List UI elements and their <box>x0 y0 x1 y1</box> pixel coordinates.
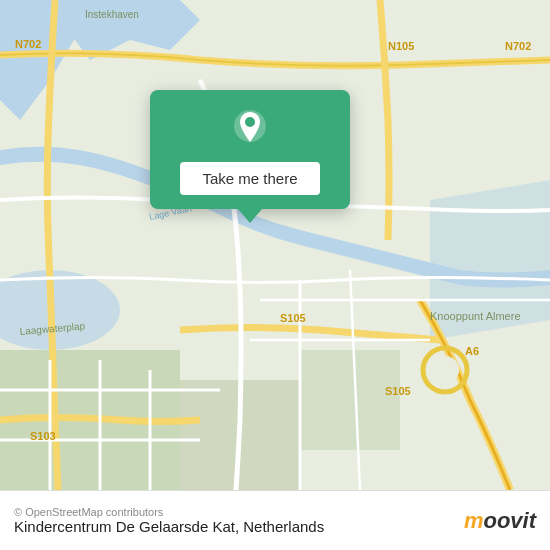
moovit-oovit: oovit <box>483 508 536 533</box>
moovit-m: m <box>464 508 484 533</box>
popup-card: Take me there <box>150 90 350 209</box>
svg-text:A6: A6 <box>465 345 479 357</box>
location-title: Kindercentrum De Gelaarsde Kat, Netherla… <box>14 518 324 535</box>
svg-text:S105: S105 <box>385 385 411 397</box>
copyright-text: © OpenStreetMap contributors <box>14 506 324 518</box>
svg-text:N702: N702 <box>15 38 41 50</box>
svg-text:Instekhaven: Instekhaven <box>85 9 139 20</box>
svg-text:N105: N105 <box>388 40 414 52</box>
moovit-wordmark: moovit <box>464 508 536 534</box>
svg-rect-7 <box>300 350 400 450</box>
map-container[interactable]: N702 N105 N702 S105 S105 S103 A6 Laagwat… <box>0 0 550 490</box>
svg-text:S105: S105 <box>280 312 306 324</box>
footer-bar: © OpenStreetMap contributors Kindercentr… <box>0 490 550 550</box>
svg-text:N702: N702 <box>505 40 531 52</box>
svg-text:S103: S103 <box>30 430 56 442</box>
take-me-there-button[interactable]: Take me there <box>180 162 319 195</box>
location-pin-icon <box>228 108 272 152</box>
svg-text:Knooppunt Almere: Knooppunt Almere <box>430 310 521 322</box>
footer-info: © OpenStreetMap contributors Kindercentr… <box>14 506 324 535</box>
map-background: N702 N105 N702 S105 S105 S103 A6 Laagwat… <box>0 0 550 490</box>
moovit-logo: moovit <box>464 508 536 534</box>
svg-point-22 <box>245 117 255 127</box>
svg-point-9 <box>431 356 459 384</box>
